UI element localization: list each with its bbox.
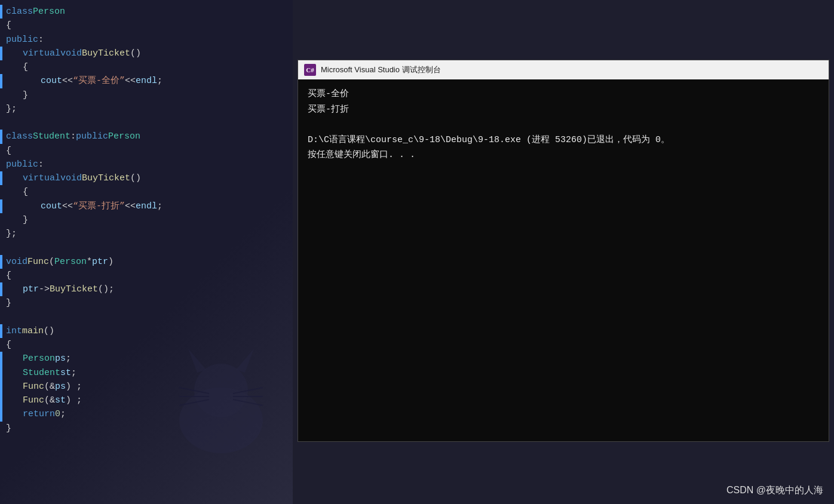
code-token: (); [98, 282, 114, 296]
watermark: CSDN @夜晚中的人海 [726, 484, 823, 497]
code-line: } [5, 213, 293, 227]
code-token: “买票-打折” [73, 199, 125, 213]
code-token: Person [23, 352, 55, 365]
code-line: } [5, 422, 293, 435]
code-token: : [38, 158, 44, 171]
code-line: class Student : public Person [5, 130, 293, 143]
code-token: } [6, 422, 11, 435]
code-token: ( [49, 255, 54, 269]
code-editor-panel: class Person{public:virtual void BuyTick… [0, 0, 293, 504]
console-line [308, 117, 819, 133]
code-token: () [130, 171, 141, 185]
code-token: ptr [23, 282, 39, 296]
code-token: { [6, 269, 11, 282]
code-token: void [6, 255, 27, 269]
code-token: BuyTicket [50, 282, 98, 296]
code-token: }; [6, 227, 17, 241]
code-token: cout [41, 199, 62, 213]
code-token: class [6, 5, 33, 19]
code-token: : [38, 33, 44, 47]
code-line: Person ps; [5, 352, 293, 365]
code-token: () [44, 324, 54, 338]
code-token: void [60, 47, 82, 60]
vs-icon: C# [304, 64, 316, 76]
console-window[interactable]: C# Microsoft Visual Studio 调试控制台 买票-全价买票… [298, 60, 829, 442]
code-token: << [125, 74, 136, 88]
code-line [5, 311, 293, 324]
code-token: << [62, 74, 73, 88]
code-line: } [5, 296, 293, 310]
code-token: ; [66, 352, 71, 365]
code-token: () [130, 47, 141, 60]
code-token: } [6, 296, 11, 310]
code-token: 0 [55, 407, 60, 421]
code-token: (& [44, 380, 55, 394]
code-line: }; [5, 227, 293, 241]
code-token: st [55, 394, 66, 407]
code-line: public: [5, 158, 293, 171]
console-line: 买票-打折 [308, 102, 819, 118]
code-token: -> [39, 282, 50, 296]
code-line: cout << “买票-全价” << endl; [5, 74, 293, 88]
code-token: Person [33, 5, 65, 19]
code-token: st [60, 366, 71, 380]
code-token: { [6, 19, 11, 32]
code-token: virtual [23, 171, 60, 185]
console-line: 按任意键关闭此窗口. . . [308, 147, 819, 163]
code-token: { [6, 338, 11, 352]
code-line: class Person [5, 5, 293, 19]
code-token: { [23, 60, 28, 74]
code-token: cout [41, 74, 62, 88]
code-line: virtual void BuyTicket() [5, 171, 293, 185]
code-token: “买票-全价” [73, 74, 125, 88]
code-token: { [6, 144, 11, 158]
code-token: virtual [23, 47, 60, 60]
code-token: { [23, 185, 28, 199]
code-token: ) [108, 255, 114, 269]
code-line [5, 116, 293, 130]
code-line: { [5, 144, 293, 158]
code-token: class [6, 130, 33, 143]
code-line [5, 241, 293, 254]
code-line: { [5, 269, 293, 282]
code-token: ps [55, 352, 66, 365]
code-token: Func [23, 380, 44, 394]
code-token: public [6, 158, 38, 171]
code-token: main [22, 324, 44, 338]
code-token: void [60, 171, 82, 185]
code-line: virtual void BuyTicket() [5, 47, 293, 60]
code-line: ptr->BuyTicket(); [5, 282, 293, 296]
code-token: endl [136, 74, 157, 88]
code-content: class Person{public:virtual void BuyTick… [0, 0, 293, 440]
code-token: ; [60, 407, 66, 421]
code-token: (& [44, 394, 55, 407]
code-token: ; [157, 74, 162, 88]
code-token: Student [23, 366, 60, 380]
code-token: return [23, 407, 55, 421]
code-token: Person [108, 130, 140, 143]
code-token: ps [55, 380, 66, 394]
code-token: : [70, 130, 76, 143]
code-token: BuyTicket [82, 47, 130, 60]
code-line: Func(&st) ; [5, 394, 293, 407]
code-line: Func(&ps) ; [5, 380, 293, 394]
code-token: ptr [92, 255, 108, 269]
code-line: void Func(Person* ptr) [5, 255, 293, 269]
code-line: { [5, 185, 293, 199]
code-line: public: [5, 33, 293, 47]
code-token: } [23, 88, 28, 102]
console-title: Microsoft Visual Studio 调试控制台 [321, 64, 441, 75]
code-line: cout << “买票-打折” << endl; [5, 199, 293, 213]
code-token: ) ; [66, 380, 82, 394]
code-token: Student [33, 130, 70, 143]
code-token: int [6, 324, 22, 338]
code-token: * [87, 255, 92, 269]
code-line: return 0; [5, 407, 293, 421]
code-token: ; [71, 366, 76, 380]
code-token: endl [136, 199, 157, 213]
console-line: 买票-全价 [308, 87, 819, 102]
code-line: int main() [5, 324, 293, 338]
code-line: { [5, 60, 293, 74]
code-token: Func [23, 394, 44, 407]
code-token: Func [27, 255, 49, 269]
